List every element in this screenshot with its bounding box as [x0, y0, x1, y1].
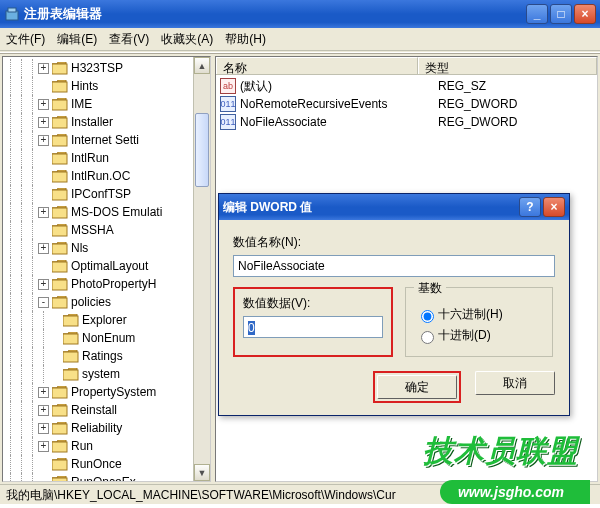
tree-item[interactable]: +IME: [5, 95, 210, 113]
svg-rect-21: [52, 226, 67, 236]
folder-icon: [52, 440, 68, 453]
radio-dec-label: 十进制(D): [438, 327, 491, 344]
maximize-button[interactable]: □: [550, 4, 572, 24]
tree-item[interactable]: +PhotoPropertyH: [5, 275, 210, 293]
list-row[interactable]: ab(默认)REG_SZ: [216, 77, 597, 95]
tree-pane[interactable]: +H323TSPHints+IME+Installer+Internet Set…: [2, 56, 211, 482]
dialog-close-button[interactable]: ×: [543, 197, 565, 217]
expand-icon[interactable]: -: [38, 297, 49, 308]
expand-icon[interactable]: +: [38, 207, 49, 218]
menu-help[interactable]: 帮助(H): [225, 31, 266, 48]
tree-item[interactable]: Ratings: [5, 347, 210, 365]
expand-icon[interactable]: +: [38, 63, 49, 74]
folder-icon: [52, 458, 68, 471]
tree-item-label: IntlRun.OC: [71, 169, 130, 183]
ok-button[interactable]: 确定: [377, 375, 457, 399]
tree-item[interactable]: OptimalLayout: [5, 257, 210, 275]
list-row[interactable]: 011NoRemoteRecursiveEventsREG_DWORD: [216, 95, 597, 113]
watermark-url: www.jsgho.com: [440, 480, 590, 504]
data-field[interactable]: 0: [243, 316, 383, 338]
tree-item-label: IntlRun: [71, 151, 109, 165]
svg-rect-9: [52, 118, 67, 128]
cancel-button[interactable]: 取消: [475, 371, 555, 395]
dialog-titlebar[interactable]: 编辑 DWORD 值 ? ×: [219, 194, 569, 220]
folder-icon: [52, 98, 68, 111]
svg-rect-31: [63, 316, 78, 326]
menu-edit[interactable]: 编辑(E): [57, 31, 97, 48]
window-titlebar: 注册表编辑器 _ □ ×: [0, 0, 600, 28]
menu-view[interactable]: 查看(V): [109, 31, 149, 48]
folder-icon: [52, 278, 68, 291]
tree-item-label: H323TSP: [71, 61, 123, 75]
tree-item[interactable]: IPConfTSP: [5, 185, 210, 203]
folder-icon: [52, 386, 68, 399]
expand-icon[interactable]: +: [38, 441, 49, 452]
radio-dec-row[interactable]: 十进制(D): [416, 327, 542, 344]
radio-hex-row[interactable]: 十六进制(H): [416, 306, 542, 323]
tree-item-label: MS-DOS Emulati: [71, 205, 162, 219]
tree-item-label: Installer: [71, 115, 113, 129]
tree-item[interactable]: +MS-DOS Emulati: [5, 203, 210, 221]
expand-icon[interactable]: +: [38, 135, 49, 146]
tree-item[interactable]: Hints: [5, 77, 210, 95]
tree-item[interactable]: +Internet Setti: [5, 131, 210, 149]
expand-icon[interactable]: +: [38, 423, 49, 434]
minimize-button[interactable]: _: [526, 4, 548, 24]
expand-icon[interactable]: +: [38, 387, 49, 398]
list-row[interactable]: 011NoFileAssociateREG_DWORD: [216, 113, 597, 131]
svg-rect-1: [8, 8, 16, 12]
tree-item-label: Reliability: [71, 421, 122, 435]
expand-icon[interactable]: +: [38, 117, 49, 128]
tree-item[interactable]: Explorer: [5, 311, 210, 329]
tree-item[interactable]: system: [5, 365, 210, 383]
tree-item[interactable]: +PropertySystem: [5, 383, 210, 401]
menubar: 文件(F) 编辑(E) 查看(V) 收藏夹(A) 帮助(H): [0, 28, 600, 50]
tree-item[interactable]: MSSHA: [5, 221, 210, 239]
tree-item[interactable]: NonEnum: [5, 329, 210, 347]
dialog-help-button[interactable]: ?: [519, 197, 541, 217]
scroll-thumb[interactable]: [195, 113, 209, 187]
header-type[interactable]: 类型: [418, 57, 597, 74]
menu-favorites[interactable]: 收藏夹(A): [161, 31, 213, 48]
svg-rect-25: [52, 262, 67, 272]
scroll-up-icon[interactable]: ▲: [194, 57, 210, 74]
tree-item[interactable]: +Run: [5, 437, 210, 455]
tree-item[interactable]: +Reliability: [5, 419, 210, 437]
expand-icon[interactable]: +: [38, 243, 49, 254]
tree-item-label: PhotoPropertyH: [71, 277, 156, 291]
tree-item[interactable]: +Reinstall: [5, 401, 210, 419]
scroll-down-icon[interactable]: ▼: [194, 464, 210, 481]
tree-item-label: Nls: [71, 241, 88, 255]
watermark-text: 技术员联盟: [423, 431, 578, 472]
window-title: 注册表编辑器: [24, 5, 102, 23]
expand-icon[interactable]: +: [38, 99, 49, 110]
folder-icon: [52, 206, 68, 219]
tree-scrollbar[interactable]: ▲ ▼: [193, 57, 210, 481]
tree-item[interactable]: +Installer: [5, 113, 210, 131]
folder-icon: [52, 224, 68, 237]
tree-item-label: OptimalLayout: [71, 259, 148, 273]
value-name: NoFileAssociate: [240, 115, 438, 129]
expand-icon[interactable]: +: [38, 279, 49, 290]
tree-item[interactable]: IntlRun.OC: [5, 167, 210, 185]
radio-hex[interactable]: [421, 310, 434, 323]
radio-dec[interactable]: [421, 331, 434, 344]
tree-item[interactable]: RunOnceEx: [5, 473, 210, 482]
name-field[interactable]: [233, 255, 555, 277]
tree-item[interactable]: -policies: [5, 293, 210, 311]
folder-icon: [63, 314, 79, 327]
header-name[interactable]: 名称: [216, 57, 418, 74]
tree-item[interactable]: IntlRun: [5, 149, 210, 167]
value-icon: 011: [220, 96, 236, 112]
close-button[interactable]: ×: [574, 4, 596, 24]
tree-item[interactable]: RunOnce: [5, 455, 210, 473]
tree-item[interactable]: +Nls: [5, 239, 210, 257]
svg-rect-5: [52, 82, 67, 92]
tree-item-label: Hints: [71, 79, 98, 93]
expand-icon[interactable]: +: [38, 405, 49, 416]
svg-rect-35: [63, 352, 78, 362]
svg-rect-3: [52, 64, 67, 74]
tree-item[interactable]: +H323TSP: [5, 59, 210, 77]
svg-rect-45: [52, 442, 67, 452]
menu-file[interactable]: 文件(F): [6, 31, 45, 48]
